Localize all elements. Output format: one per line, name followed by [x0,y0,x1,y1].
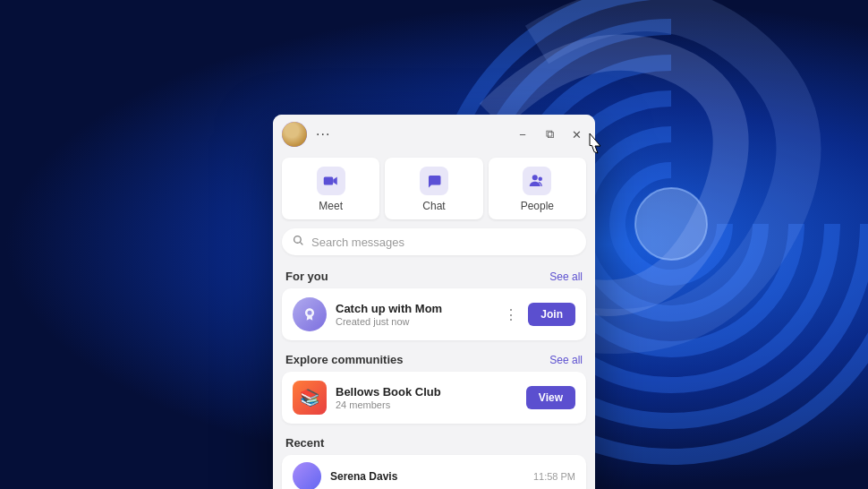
recent-name: Serena Davis [330,470,524,483]
book-club-icon: 📚 [293,381,327,415]
catch-up-more-button[interactable]: ⋮ [500,303,523,327]
recent-time: 11:58 PM [533,471,575,482]
explore-communities-see-all[interactable]: See all [549,354,583,366]
recent-title: Recent [285,436,324,450]
recent-item[interactable]: Serena Davis 11:58 PM [282,455,586,489]
chat-button[interactable]: Chat [385,158,482,219]
join-button[interactable]: Join [528,303,575,326]
close-button[interactable]: ✕ [566,124,586,144]
svg-line-4 [300,242,302,244]
svg-rect-0 [323,177,333,185]
book-club-actions: View [526,386,575,409]
title-bar-left: ··· [282,122,334,147]
people-label: People [521,200,554,212]
catch-up-info: Catch up with Mom Created just now [336,302,491,327]
search-placeholder: Search messages [311,236,404,249]
svg-point-3 [294,236,302,244]
avatar[interactable] [282,122,307,147]
teams-window: ··· − ⧉ ✕ Meet Chat [273,115,595,489]
meet-button[interactable]: Meet [282,158,379,219]
search-icon [293,235,304,249]
chat-label: Chat [422,200,445,212]
catch-up-actions: ⋮ Join [500,303,575,327]
title-bar: ··· − ⧉ ✕ [273,115,595,152]
more-options-button[interactable]: ··· [312,124,334,144]
explore-communities-section-header: Explore communities See all [273,347,595,372]
book-club-title: Bellows Book Club [336,385,517,399]
recent-section-header: Recent [273,431,595,455]
catch-up-subtitle: Created just now [336,316,491,327]
svg-point-1 [532,175,538,180]
window-controls: − ⧉ ✕ [513,124,586,144]
explore-communities-title: Explore communities [285,353,403,366]
recent-avatar [293,462,321,489]
action-buttons-row: Meet Chat People [273,152,595,228]
recent-info: Serena Davis [330,470,524,483]
avatar-image [282,122,307,147]
for-you-section-header: For you See all [273,264,595,288]
minimize-button[interactable]: − [513,124,532,144]
meet-card-icon [293,297,327,331]
svg-point-5 [308,311,312,315]
restore-button[interactable]: ⧉ [540,124,559,144]
people-icon [523,167,551,195]
meet-label: Meet [319,200,343,212]
search-bar[interactable]: Search messages [282,228,586,255]
catch-up-card: Catch up with Mom Created just now ⋮ Joi… [282,288,586,340]
catch-up-title: Catch up with Mom [336,302,491,315]
video-icon [317,167,345,195]
people-button[interactable]: People [489,158,586,219]
svg-point-2 [539,177,543,182]
book-club-info: Bellows Book Club 24 members [336,385,517,410]
for-you-see-all[interactable]: See all [549,270,583,283]
chat-icon [420,167,448,195]
for-you-title: For you [285,270,328,283]
book-club-subtitle: 24 members [336,399,517,410]
book-club-card: 📚 Bellows Book Club 24 members View [282,372,586,424]
view-button[interactable]: View [526,386,575,409]
